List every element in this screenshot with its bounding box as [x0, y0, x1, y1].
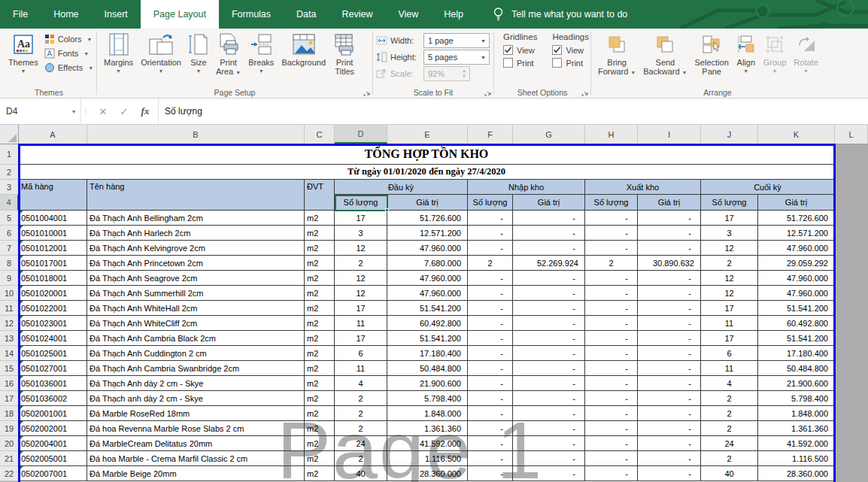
cell-quantity[interactable]: - [585, 301, 638, 316]
cell-quantity[interactable]: 12 [335, 271, 387, 286]
row-header-15[interactable]: 15 [0, 361, 19, 376]
cell-quantity[interactable]: 2 [335, 421, 387, 436]
cell-quantity[interactable]: 4 [701, 376, 758, 391]
cell-value[interactable]: - [638, 286, 701, 301]
cell-code[interactable]: 0501025001 [19, 346, 87, 361]
cell-value[interactable]: 1.116.500 [387, 451, 468, 466]
row-header-13[interactable]: 13 [0, 331, 19, 346]
cell-name[interactable]: Đá Thạch Anh Cuddington 2 cm [87, 346, 305, 361]
cell-quantity[interactable]: 17 [335, 331, 387, 346]
column-header-F[interactable]: F [468, 125, 513, 144]
cell-quantity[interactable]: - [585, 421, 638, 436]
orientation-button[interactable]: Orientation ▼ [137, 30, 185, 86]
name-box[interactable]: D4 ▼ [0, 99, 81, 124]
cell-name[interactable]: Đá Thạch Anh Cambria Black 2cm [87, 331, 305, 346]
cell-value[interactable]: - [638, 301, 701, 316]
cell-quantity[interactable]: 6 [335, 346, 387, 361]
cell-quantity[interactable]: 12 [701, 286, 758, 301]
cell-value[interactable]: - [513, 421, 585, 436]
cell-value[interactable]: 41.592.000 [758, 436, 835, 451]
header-cell-name[interactable]: Tên hàng [87, 180, 305, 211]
cell-value[interactable]: 47.960.000 [387, 271, 468, 286]
cell-value[interactable]: 29.059.292 [758, 256, 835, 271]
cell-value[interactable]: - [638, 406, 701, 421]
cell-name[interactable]: Đá Thạch Anh Summerhill 2cm [87, 286, 305, 301]
cell-name[interactable]: Đá Thạch Anh Princetown 2cm [87, 256, 305, 271]
width-combobox[interactable]: 1 page ▼ [423, 33, 490, 48]
cell-code[interactable]: 0501020001 [19, 286, 87, 301]
cell-quantity[interactable]: 2 [335, 451, 387, 466]
cell-code[interactable]: 0501027001 [19, 361, 87, 376]
cell-value[interactable]: 28.360.000 [387, 466, 468, 481]
ribbon-tab-formulas[interactable]: Formulas [219, 0, 284, 29]
cell-value[interactable]: 17.180.400 [758, 346, 835, 361]
row-header-4[interactable]: 4 [0, 195, 19, 211]
cell-quantity[interactable]: - [468, 301, 513, 316]
tell-me-box[interactable]: Tell me what you want to do [493, 0, 627, 29]
cell-value[interactable]: 51.726.600 [758, 211, 835, 226]
cell-quantity[interactable]: 17 [701, 301, 758, 316]
cell-value[interactable]: 21.900.600 [758, 376, 835, 391]
row-header-19[interactable]: 19 [0, 421, 19, 436]
cell-value[interactable]: - [638, 421, 701, 436]
cell-quantity[interactable]: 2 [468, 256, 513, 271]
colors-button[interactable]: Colors▼ [42, 33, 96, 45]
cell-unit[interactable]: m2 [305, 361, 335, 376]
cell-value[interactable]: 7.680.000 [387, 256, 468, 271]
cell-value[interactable]: 47.960.000 [387, 286, 468, 301]
cell-quantity[interactable]: 24 [335, 436, 387, 451]
cell-value[interactable]: 47.960.000 [387, 241, 468, 256]
cell-value[interactable]: - [638, 376, 701, 391]
header-cell-qty[interactable]: Số lượng [701, 195, 758, 211]
cell-code[interactable]: 0501018001 [19, 271, 87, 286]
cell-unit[interactable]: m2 [305, 451, 335, 466]
background-button[interactable]: Background [278, 30, 329, 86]
header-group-title[interactable]: Đầu kỳ [335, 180, 468, 195]
cell-quantity[interactable]: - [468, 211, 513, 226]
row-header-14[interactable]: 14 [0, 346, 19, 361]
row-header-20[interactable]: 20 [0, 436, 19, 451]
cell-quantity[interactable]: 2 [701, 451, 758, 466]
cell-name[interactable]: Đá Thạch Anh Harlech 2cm [87, 226, 305, 241]
cell-code[interactable]: 0502001001 [19, 406, 87, 421]
cell-code[interactable]: 0502007001 [19, 466, 87, 481]
cell-quantity[interactable]: 2 [701, 256, 758, 271]
cell-quantity[interactable]: - [468, 421, 513, 436]
cell-value[interactable]: - [513, 331, 585, 346]
name-box-dropdown-icon[interactable]: ▼ [67, 109, 80, 114]
row-header-10[interactable]: 10 [0, 286, 19, 301]
header-cell-val[interactable]: Giá trị [513, 195, 585, 211]
size-button[interactable]: Size ▼ [185, 30, 212, 86]
cell-quantity[interactable]: - [585, 331, 638, 346]
header-cell-qty[interactable]: Số lượng [585, 195, 638, 211]
cell-value[interactable]: - [638, 226, 701, 241]
cell-name[interactable]: Đá Thạch Anh WhiteCliff 2cm [87, 316, 305, 331]
cell-quantity[interactable]: - [585, 316, 638, 331]
print-area-button[interactable]: Print Area▼ [212, 30, 244, 86]
cell-value[interactable]: 52.269.924 [513, 256, 585, 271]
align-button[interactable]: Align ▼ [733, 30, 760, 86]
cell-value[interactable]: 28.360.000 [758, 466, 835, 481]
cell-unit[interactable]: m2 [305, 391, 335, 406]
row-header-7[interactable]: 7 [0, 241, 19, 256]
row-header-21[interactable]: 21 [0, 451, 19, 466]
cell-value[interactable]: - [513, 451, 585, 466]
column-header-L[interactable]: L [835, 125, 868, 144]
cell-quantity[interactable]: - [585, 436, 638, 451]
sheet-options-dialog-launcher[interactable] [581, 88, 589, 96]
row-header-2[interactable]: 2 [0, 165, 19, 180]
cell-value[interactable]: - [513, 391, 585, 406]
cell-quantity[interactable]: 17 [701, 331, 758, 346]
cell-code[interactable]: 0501023001 [19, 316, 87, 331]
cell-code[interactable]: 0502004001 [19, 436, 87, 451]
header-cell-val[interactable]: Giá trị [758, 195, 835, 211]
row-header-17[interactable]: 17 [0, 391, 19, 406]
cell-code[interactable]: 0501022001 [19, 301, 87, 316]
cell-value[interactable]: 1.361.360 [758, 421, 835, 436]
cell-value[interactable]: - [513, 376, 585, 391]
cell-quantity[interactable]: 11 [701, 361, 758, 376]
cell-quantity[interactable]: 24 [701, 436, 758, 451]
cell-quantity[interactable]: - [468, 451, 513, 466]
cell-value[interactable]: - [513, 466, 585, 481]
height-combobox[interactable]: 5 pages ▼ [423, 50, 490, 65]
